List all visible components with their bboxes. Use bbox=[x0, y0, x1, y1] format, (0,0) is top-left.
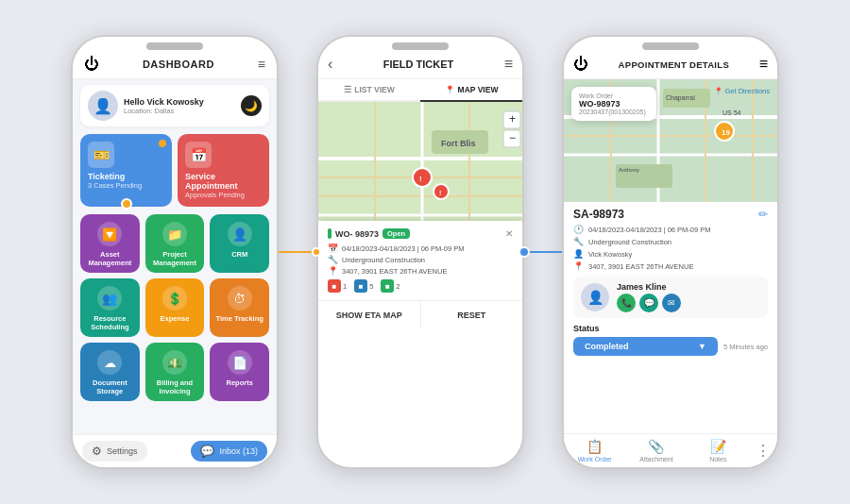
detail-tech-row: 👤 Vick Kowosky bbox=[573, 249, 768, 259]
attachment-nav-icon: 📎 bbox=[648, 439, 664, 454]
popup-close-icon[interactable]: ✕ bbox=[505, 228, 513, 239]
time-tracking-item[interactable]: ⏱ Time Tracking bbox=[210, 278, 269, 337]
expense-item[interactable]: 💲 Expense bbox=[145, 278, 205, 337]
doc-label: Document Storage bbox=[84, 378, 136, 395]
ft-popup: WO- 98973 Open ✕ 📅 04/18/2023-04/18/2023… bbox=[318, 221, 522, 300]
field-ticket-title: FIELD TICKET bbox=[383, 59, 454, 70]
detail-address: 3407, 3901 EAST 26TH AVENUE bbox=[588, 262, 693, 271]
popup-type: Underground Construction bbox=[342, 256, 425, 264]
directions-label: Get Directions bbox=[724, 87, 770, 95]
technician-card: 👤 James Kline 📞 💬 ✉ bbox=[573, 277, 768, 318]
inbox-icon: 💬 bbox=[200, 445, 214, 458]
reports-item[interactable]: 📄 Reports bbox=[210, 343, 269, 401]
wo-number: WO- 98973 bbox=[335, 229, 379, 239]
counter-val-3: 2 bbox=[396, 282, 400, 291]
svg-text:Fort Blis: Fort Blis bbox=[441, 139, 476, 148]
notes-nav-icon: 📝 bbox=[710, 439, 726, 454]
orange-notification-dot bbox=[159, 140, 166, 147]
more-nav-icon[interactable]: ⋮ bbox=[749, 437, 777, 464]
message-button[interactable]: 💬 bbox=[639, 294, 658, 312]
list-view-tab[interactable]: ☰ LIST VIEW bbox=[318, 79, 420, 100]
show-eta-button[interactable]: SHOW ETA MAP bbox=[318, 301, 421, 329]
ft-popup-header: WO- 98973 Open ✕ bbox=[328, 228, 513, 239]
svg-text:Chaparral: Chaparral bbox=[666, 94, 695, 102]
green-bar bbox=[328, 228, 332, 239]
featured-cards-row: 🎫 Ticketing 3 Cases Pending 📅 Service Ap… bbox=[80, 134, 269, 207]
phone-notch-3 bbox=[642, 42, 699, 50]
appointment-header: ⏻ APPOINTMENT DETAILS ≡ bbox=[564, 50, 777, 79]
svg-text:US 54: US 54 bbox=[722, 109, 741, 116]
doc-icon: ☁ bbox=[97, 350, 122, 375]
detail-location-icon: 📍 bbox=[573, 261, 584, 271]
power-icon[interactable]: ⏻ bbox=[84, 56, 99, 73]
field-ticket-map: Fort Blis El Paso + − ! ! WO- bbox=[318, 102, 522, 300]
status-row: Completed ▼ 5 Minutes ago bbox=[573, 337, 768, 356]
detail-person-icon: 👤 bbox=[573, 249, 584, 259]
detail-date-row: 🕐 04/18/2023-04/18/2023 | 06 PM-09 PM bbox=[573, 225, 768, 234]
appointment-map: Chaparral Anthony US 54 19 Work Order WO… bbox=[564, 79, 777, 202]
popup-address-row: 📍 3407, 3901 EAST 26TH AVENUE bbox=[328, 266, 513, 276]
crm-label: CRM bbox=[231, 250, 247, 259]
resource-scheduling-item[interactable]: 👥 Resource Scheduling bbox=[80, 278, 140, 337]
inbox-nav-item[interactable]: 💬 Inbox (13) bbox=[191, 441, 267, 462]
counter-icon-3: ■ bbox=[381, 279, 394, 293]
ticketing-icon: 🎫 bbox=[88, 142, 114, 168]
back-icon[interactable]: ‹ bbox=[328, 56, 332, 73]
phone-notch bbox=[146, 42, 203, 50]
appt-power-icon[interactable]: ⏻ bbox=[573, 56, 588, 73]
settings-icon: ⚙ bbox=[92, 445, 102, 458]
detail-date: 04/18/2023-04/18/2023 | 06 PM-09 PM bbox=[588, 226, 711, 234]
notes-nav-item[interactable]: 📝 Notes bbox=[688, 434, 749, 467]
crm-item[interactable]: 👤 CRM bbox=[210, 214, 269, 273]
reports-label: Reports bbox=[227, 378, 253, 387]
directions-icon: 📍 bbox=[714, 87, 722, 95]
edit-icon[interactable]: ✏ bbox=[758, 208, 768, 221]
call-button[interactable]: 📞 bbox=[617, 294, 636, 312]
work-order-nav-icon: 📋 bbox=[586, 439, 603, 454]
document-storage-item[interactable]: ☁ Document Storage bbox=[80, 343, 140, 401]
list-icon: ☰ bbox=[344, 85, 351, 94]
asset-management-item[interactable]: 🔽 Asset Management bbox=[80, 214, 140, 273]
email-button[interactable]: ✉ bbox=[662, 294, 681, 312]
dashboard-title: DASHBOARD bbox=[143, 59, 214, 70]
expense-label: Expense bbox=[161, 314, 190, 323]
svg-text:!: ! bbox=[439, 190, 441, 196]
resource-label: Resource Scheduling bbox=[84, 314, 136, 331]
location-icon: 📍 bbox=[328, 266, 338, 276]
svg-text:−: − bbox=[509, 131, 516, 144]
svg-text:Anthony: Anthony bbox=[619, 167, 639, 173]
grid-row-1: 🔽 Asset Management 📁 Project Management … bbox=[80, 214, 269, 273]
settings-nav-item[interactable]: ⚙ Settings bbox=[82, 441, 147, 462]
menu-icon[interactable]: ≡ bbox=[258, 57, 265, 72]
reset-button[interactable]: RESET bbox=[421, 301, 523, 329]
time-icon: ⏱ bbox=[228, 286, 252, 311]
moon-icon[interactable]: 🌙 bbox=[241, 95, 262, 116]
dashboard-content: 👤 Hello Vick Kowosky Location: Dallas 🌙 … bbox=[73, 79, 277, 455]
counter-val-2: 5 bbox=[369, 282, 373, 291]
ft-menu-icon[interactable]: ≡ bbox=[504, 56, 513, 73]
popup-type-row: 🔧 Underground Construction bbox=[328, 255, 513, 264]
map-tab-label: MAP VIEW bbox=[458, 85, 499, 94]
status-label: Status bbox=[573, 324, 768, 333]
project-label: Project Management bbox=[149, 250, 201, 267]
connector-dot bbox=[121, 198, 132, 210]
ticketing-card[interactable]: 🎫 Ticketing 3 Cases Pending bbox=[80, 134, 172, 207]
popup-date-row: 📅 04/18/2023-04/18/2023 | 06 PM-09 PM bbox=[328, 244, 513, 253]
asset-label: Asset Management bbox=[84, 250, 136, 267]
resource-icon: 👥 bbox=[97, 286, 122, 311]
project-management-item[interactable]: 📁 Project Management bbox=[145, 214, 205, 273]
user-location: Location: Dallas bbox=[124, 107, 204, 115]
get-directions-button[interactable]: 📍 Get Directions bbox=[714, 87, 770, 95]
billing-item[interactable]: 💵 Billing and Invoicing bbox=[145, 343, 205, 401]
notes-nav-label: Notes bbox=[709, 456, 726, 462]
status-completed-badge[interactable]: Completed ▼ bbox=[573, 337, 718, 356]
settings-label: Settings bbox=[107, 446, 138, 456]
work-order-nav-item[interactable]: 📋 Work Order bbox=[564, 434, 625, 467]
counter-2: ■ 5 bbox=[354, 279, 373, 293]
attachment-nav-item[interactable]: 📎 Attachment bbox=[625, 434, 687, 467]
wo-status-row: WO- 98973 Open bbox=[328, 228, 410, 239]
time-label: Time Tracking bbox=[216, 314, 264, 323]
map-view-tab[interactable]: 📍 MAP VIEW bbox=[420, 79, 522, 102]
appt-menu-icon[interactable]: ≡ bbox=[759, 56, 768, 73]
appointment-card[interactable]: 📅 Service Appointment Approvals Pending bbox=[178, 134, 269, 207]
